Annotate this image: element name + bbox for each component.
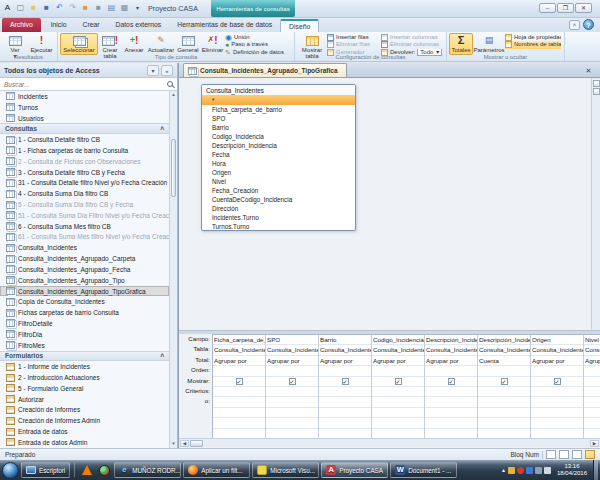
grid-empty-cell[interactable] [531, 408, 583, 418]
grid-empty-cell[interactable] [425, 397, 477, 407]
grid-empty-cell[interactable] [584, 418, 600, 428]
field-row[interactable]: Descripción_Incidencia [202, 141, 355, 150]
tab-diseno[interactable]: Diseño [280, 19, 319, 32]
grid-field-cell[interactable]: SPO [266, 335, 318, 345]
insert-columns-button[interactable]: Insertar columnas [381, 34, 445, 41]
grid-sort-cell[interactable] [372, 366, 424, 376]
undo-icon[interactable]: ↶ [54, 2, 65, 14]
grid-total-cell[interactable]: Agrupar por [425, 356, 477, 366]
tab-crear[interactable]: Crear [75, 18, 108, 32]
scroll-up-icon[interactable]: ▲ [170, 91, 177, 99]
datasheet-view-icon[interactable] [546, 450, 556, 459]
grid-empty-cell[interactable] [531, 418, 583, 428]
nav-scrollbar[interactable]: ▲ ▼ [169, 91, 177, 448]
grid-total-cell[interactable]: Agrupar por [531, 356, 583, 366]
start-button[interactable] [2, 462, 19, 479]
grid-sort-cell[interactable] [213, 366, 265, 376]
nav-group-header[interactable]: Consultas˄ [0, 123, 169, 134]
h-scroll-thumb[interactable] [190, 440, 203, 447]
field-row[interactable]: Codigo_Incidencia [202, 132, 355, 141]
grid-show-cell[interactable]: ✓ [319, 377, 371, 387]
grid-empty-cell[interactable] [372, 429, 424, 438]
checkbox-icon[interactable]: ✓ [395, 378, 402, 385]
nav-item[interactable]: Consulta_Incidentes [0, 242, 169, 253]
nav-item[interactable]: 6 - Consulta Suma Mes filtro CB [0, 221, 169, 232]
grid-total-cell[interactable]: Agrupar por [213, 356, 265, 366]
taskbar-window-button[interactable]: Aplicar un filt... [183, 462, 250, 478]
grid-empty-cell[interactable] [478, 387, 530, 397]
save-icon[interactable]: ■ [41, 2, 52, 14]
design-scroll-button-2[interactable] [593, 88, 600, 95]
delete-columns-button[interactable]: Eliminar columnas [381, 41, 445, 48]
tray-icon-2[interactable] [517, 467, 524, 474]
grid-field-cell[interactable]: Ficha_carpeta_de_bar [213, 335, 265, 345]
nav-item[interactable]: 1 - Consulta Detalle filtro CB [0, 134, 169, 145]
scroll-left-icon[interactable]: ◀ [180, 440, 189, 447]
nav-item[interactable]: 4 - Consulta Suma Dia filtro CB [0, 188, 169, 199]
taskbar-window-button[interactable]: WDocument1 - ... [390, 462, 457, 478]
grid-sort-cell[interactable] [478, 366, 530, 376]
grid-show-cell[interactable]: ✓ [213, 377, 265, 387]
nav-item[interactable]: 51 - Consulta Suma Dia Filtro Nivel y/o … [0, 210, 169, 221]
field-row[interactable]: Fecha [202, 150, 355, 159]
grid-column[interactable]: Ficha_carpeta_de_barConsulta_IncidentesA… [213, 335, 266, 438]
grid-empty-cell[interactable] [425, 387, 477, 397]
checkbox-icon[interactable]: ✓ [501, 378, 508, 385]
nav-item[interactable]: 2 - Consulta de Fichas con Observaciones [0, 156, 169, 167]
nav-item[interactable]: Creación de Informes Admin [0, 415, 169, 426]
taskbar-window-button[interactable]: AProyecto CASA [321, 462, 388, 478]
nav-item[interactable]: Usuarios [0, 113, 169, 124]
nav-menu-icon[interactable]: ▾ [147, 65, 159, 76]
grid-empty-cell[interactable] [266, 429, 318, 438]
grid-empty-cell[interactable] [372, 387, 424, 397]
grid-empty-cell[interactable] [266, 397, 318, 407]
grid-column[interactable]: SPOConsulta_IncidentesAgrupar por✓ [266, 335, 319, 438]
grid-column[interactable]: Codigo_IncidenciaConsulta_IncidentesAgru… [372, 335, 425, 438]
pivot-view-icon[interactable] [559, 450, 569, 459]
insert-rows-button[interactable]: Insertar filas [327, 34, 381, 41]
grid-empty-cell[interactable] [478, 397, 530, 407]
grid-empty-cell[interactable] [478, 429, 530, 438]
grid-empty-cell[interactable] [531, 387, 583, 397]
field-row[interactable]: Hora [202, 159, 355, 168]
nav-item[interactable]: FiltroDia [0, 329, 169, 340]
grid-table-cell[interactable]: Consulta_Incidentes [531, 345, 583, 355]
print-icon[interactable]: ■ [93, 2, 104, 14]
grid-empty-cell[interactable] [319, 397, 371, 407]
field-row[interactable]: Dirección [202, 204, 355, 213]
search-input[interactable] [4, 81, 167, 88]
nav-item[interactable]: Consulta_Incidentes_Agrupado_Fecha [0, 264, 169, 275]
grid-show-cell[interactable]: ✓ [266, 377, 318, 387]
nav-pane-header[interactable]: Todos los objetos de Access ▾ « [0, 63, 177, 78]
field-row[interactable]: Origen [202, 168, 355, 177]
grid-empty-cell[interactable] [584, 429, 600, 438]
grid-column[interactable]: OrigenConsulta_IncidentesAgrupar por✓ [531, 335, 584, 438]
field-row[interactable]: CuentaDeCodigo_Incidencia [202, 195, 355, 204]
nav-item[interactable]: Entrada de datos [0, 426, 169, 437]
sql-view-icon[interactable] [572, 450, 582, 459]
grid-column[interactable]: NivelConsulta_IncidentesAgrupar por✓ [584, 335, 600, 438]
preview-icon[interactable]: ▤ [106, 2, 117, 14]
nav-item[interactable]: 5 - Formulario General [0, 383, 169, 394]
nav-item[interactable]: FiltroDetalle [0, 318, 169, 329]
pass-through-button[interactable]: ●Paso a través [225, 41, 291, 48]
grid-horizontal-scrollbar[interactable]: ◀ ▶ [179, 438, 600, 447]
access-logo-icon[interactable]: A [2, 2, 13, 14]
paste-icon[interactable]: ▦ [119, 2, 130, 14]
grid-show-cell[interactable]: ✓ [584, 377, 600, 387]
grid-field-cell[interactable]: Origen [531, 335, 583, 345]
vlc-icon[interactable] [82, 465, 92, 475]
grid-sort-cell[interactable] [531, 366, 583, 376]
grid-column[interactable]: BarrioConsulta_IncidentesAgrupar por✓ [319, 335, 372, 438]
grid-field-cell[interactable]: Descripción_Incidenci [478, 335, 530, 345]
grid-empty-cell[interactable] [319, 387, 371, 397]
close-document-icon[interactable]: ✕ [582, 65, 595, 76]
media-app-icon[interactable] [99, 465, 110, 476]
checkbox-icon[interactable]: ✓ [342, 378, 349, 385]
scroll-right-icon[interactable]: ▶ [590, 440, 599, 447]
shutter-close-icon[interactable]: « [161, 65, 173, 76]
nav-item[interactable]: 31 - Consulta Detalle filtro Nivel y/o F… [0, 178, 169, 189]
design-scrollbar[interactable] [591, 78, 600, 330]
tray-icon-3[interactable] [526, 467, 533, 474]
nav-item[interactable]: Consulta_Incidentes_Agrupado_Carpeta [0, 253, 169, 264]
